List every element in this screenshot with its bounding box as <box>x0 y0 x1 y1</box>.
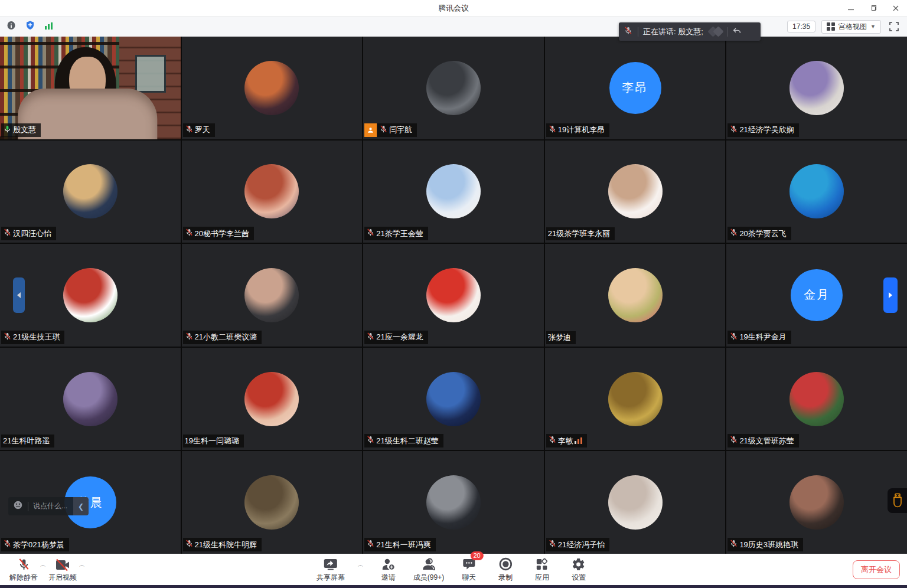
name-label-row: 殷文慧 <box>1 123 41 137</box>
toolbar-item-record[interactable]: 录制 <box>492 556 518 583</box>
chat-unread-badge: 20 <box>470 551 483 560</box>
participant-tile-4[interactable]: 李昂 19计算机李昂 <box>545 37 726 139</box>
minimize-button[interactable] <box>840 0 862 17</box>
apps-icon <box>535 556 549 571</box>
participant-name: 21生科叶路遥 <box>3 436 50 446</box>
participant-tile-6[interactable]: 汉四汪心怡 <box>0 141 181 243</box>
avatar <box>244 268 299 322</box>
participant-tile-10[interactable]: 20茶学贾云飞 <box>726 141 907 243</box>
name-label-row: 21生科叶路遥 <box>1 435 54 447</box>
chat-label: 聊天 <box>462 573 476 583</box>
view-mode-button[interactable]: 宫格视图 ▼ <box>821 20 881 34</box>
mic-status-icon <box>548 435 557 446</box>
participant-name: 19生科一闫璐璐 <box>185 436 239 446</box>
network-signal-icon[interactable] <box>44 20 54 33</box>
view-mode-label: 宫格视图 <box>839 22 867 32</box>
meeting-time: 17:35 <box>787 21 815 32</box>
mic-status-icon <box>379 125 388 136</box>
mic-status-icon <box>3 332 12 343</box>
security-shield-icon[interactable] <box>25 20 35 33</box>
participant-tile-2[interactable]: 罗天 <box>182 37 363 139</box>
mic-status-icon <box>3 539 12 550</box>
participant-tile-19[interactable]: 李敏 <box>545 348 726 450</box>
toolbar-center-group: 共享屏幕︿邀请成员(99+)20聊天录制应用设置 <box>315 555 592 583</box>
name-label-row: 19历史3班姚艳琪 <box>727 538 803 551</box>
name-label-row: 汉四汪心怡 <box>1 227 56 240</box>
next-page-arrow[interactable] <box>883 277 898 313</box>
fullscreen-button[interactable] <box>887 19 901 34</box>
prev-page-arrow[interactable] <box>13 277 25 313</box>
mic-status-icon <box>185 228 194 239</box>
participant-name: 张梦迪 <box>548 332 571 343</box>
muted-mic-icon <box>624 26 633 38</box>
participant-name: 19历史3班姚艳琪 <box>739 540 798 550</box>
participant-tile-15[interactable]: 金月 19生科尹金月 <box>726 244 907 347</box>
usb-device-panel[interactable] <box>888 488 907 513</box>
name-label-row: 21级生科院牛明辉 <box>183 538 262 551</box>
toolbar-item-share[interactable]: 共享屏幕 <box>315 556 346 583</box>
toolbar-item-chat[interactable]: 20聊天 <box>456 556 482 583</box>
status-right-controls: 17:35 宫格视图 ▼ <box>787 19 901 34</box>
usb-stick-icon <box>892 493 903 508</box>
mic-status-icon <box>729 125 738 136</box>
leave-meeting-button[interactable]: 离开会议 <box>853 560 900 579</box>
name-label-row: 21级文管班苏莹 <box>727 434 798 447</box>
grid-view-icon <box>827 22 835 31</box>
toolbar-item-apps[interactable]: 应用 <box>529 556 555 583</box>
participant-tile-22[interactable]: 21级生科院牛明辉 <box>182 451 363 554</box>
participant-tile-24[interactable]: 21经济冯子怡 <box>545 451 726 554</box>
toolbar-item-video[interactable]: 开启视频 <box>47 556 78 583</box>
participant-name: 19计算机李昂 <box>558 125 605 135</box>
participant-tile-23[interactable]: 21生科一班冯爽 <box>363 451 544 554</box>
participant-tile-18[interactable]: 21级生科二班赵莹 <box>363 348 544 450</box>
participant-tile-17[interactable]: 19生科一闫璐璐 <box>182 348 363 450</box>
participant-tile-13[interactable]: 21应一余耀龙 <box>363 244 544 347</box>
participant-tile-9[interactable]: 21级茶学班李永丽 <box>545 141 726 243</box>
participant-tile-3[interactable]: 闫宇航 <box>363 37 544 139</box>
undo-arrow-icon[interactable] <box>732 26 742 38</box>
avatar <box>244 164 299 218</box>
participant-tile-16[interactable]: 21生科叶路遥 <box>0 348 181 450</box>
participant-tile-7[interactable]: 20秘书学李兰茜 <box>182 141 363 243</box>
participant-tile-20[interactable]: 21级文管班苏莹 <box>726 348 907 450</box>
participant-name: 李敏 <box>558 436 573 446</box>
mic-status-icon <box>366 435 375 446</box>
record-icon <box>498 556 513 571</box>
emoji-icon[interactable] <box>13 500 23 512</box>
mic-status-icon <box>366 228 375 239</box>
quick-chat-input[interactable]: 说点什么... <box>8 497 73 515</box>
video-options-chevron[interactable]: ︿ <box>79 561 85 569</box>
collapse-chat-arrow[interactable]: ❮ <box>73 497 89 515</box>
toolbar-item-members[interactable]: 成员(99+) <box>412 556 445 583</box>
name-label-row: 21经济冯子怡 <box>546 538 609 551</box>
participant-tile-11[interactable]: 21级生技王琪 <box>0 244 181 347</box>
toolbar-item-invite[interactable]: 邀请 <box>376 556 402 583</box>
close-button[interactable] <box>885 0 907 17</box>
participant-name: 茶学021杨梦晨 <box>13 540 64 550</box>
mic-status-icon <box>3 228 12 239</box>
participant-tile-14[interactable]: 张梦迪 <box>545 244 726 347</box>
mic-status-icon <box>729 332 738 343</box>
unmute-options-chevron[interactable]: ︿ <box>40 561 46 569</box>
maximize-button[interactable] <box>862 0 885 17</box>
status-left-icons <box>6 20 54 33</box>
name-label-row: 21生科一班冯爽 <box>364 538 435 551</box>
meeting-info-icon[interactable] <box>6 20 17 33</box>
participant-tile-8[interactable]: 21茶学王会莹 <box>363 141 544 243</box>
toolbar-item-unmute[interactable]: 解除静音 <box>8 556 39 583</box>
participant-name: 20茶学贾云飞 <box>739 228 786 239</box>
participant-name: 21应一余耀龙 <box>376 332 423 342</box>
avatar <box>789 61 844 115</box>
share-options-chevron[interactable]: ︿ <box>358 561 364 569</box>
toolbar-item-settings[interactable]: 设置 <box>566 556 592 583</box>
settings-icon <box>572 556 586 571</box>
title-bar: 腾讯会议 <box>0 0 907 17</box>
participant-tile-1[interactable]: 殷文慧 <box>0 37 181 139</box>
quick-chat-bubble: 说点什么... ❮ <box>8 497 89 515</box>
participant-tile-25[interactable]: 19历史3班姚艳琪 <box>726 451 907 554</box>
status-bar: 17:35 宫格视图 ▼ <box>0 17 907 37</box>
name-label-row: 21级生科二班赵莹 <box>364 434 443 447</box>
participant-tile-5[interactable]: 21经济学吴欣娴 <box>726 37 907 139</box>
avatar <box>244 475 299 530</box>
participant-tile-12[interactable]: 21小教二班樊议潞 <box>182 244 363 347</box>
